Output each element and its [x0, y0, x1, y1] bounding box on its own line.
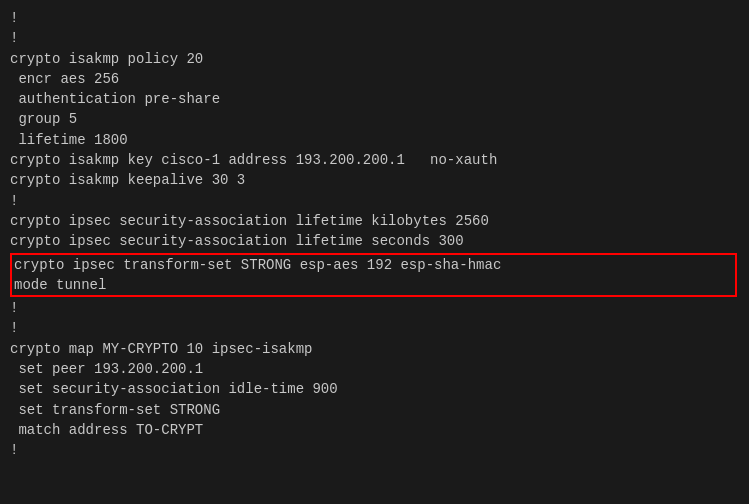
terminal-line: encr aes 256: [10, 69, 739, 89]
terminal-line: crypto isakmp key cisco-1 address 193.20…: [10, 150, 739, 170]
terminal-line: lifetime 1800: [10, 130, 739, 150]
terminal-line: crypto isakmp policy 20: [10, 49, 739, 69]
terminal-line: !: [10, 28, 739, 48]
terminal-line: crypto isakmp keepalive 30 3: [10, 170, 739, 190]
highlighted-line-2: mode tunnel: [14, 275, 733, 295]
terminal-line: set transform-set STRONG: [10, 400, 739, 420]
terminal-line: !: [10, 191, 739, 211]
terminal-line: !: [10, 298, 739, 318]
terminal-line: set peer 193.200.200.1: [10, 359, 739, 379]
terminal-line: crypto map MY-CRYPTO 10 ipsec-isakmp: [10, 339, 739, 359]
terminal-line: group 5: [10, 109, 739, 129]
terminal-line: !: [10, 318, 739, 338]
terminal-line: !: [10, 8, 739, 28]
terminal-line: !: [10, 440, 739, 460]
terminal-line: crypto ipsec security-association lifeti…: [10, 211, 739, 231]
terminal-line: set security-association idle-time 900: [10, 379, 739, 399]
highlighted-line-1: crypto ipsec transform-set STRONG esp-ae…: [14, 255, 733, 275]
terminal-line: match address TO-CRYPT: [10, 420, 739, 440]
highlighted-code-block: crypto ipsec transform-set STRONG esp-ae…: [10, 253, 737, 298]
terminal-line: authentication pre-share: [10, 89, 739, 109]
terminal-window: ! ! crypto isakmp policy 20 encr aes 256…: [0, 0, 749, 504]
terminal-line: crypto ipsec security-association lifeti…: [10, 231, 739, 251]
